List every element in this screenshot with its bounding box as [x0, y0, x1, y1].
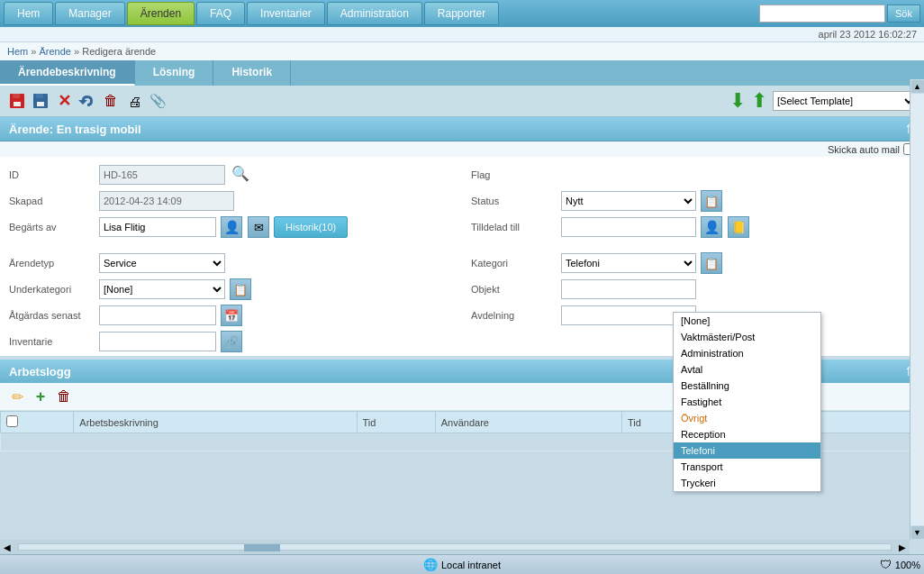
email-icon[interactable]: ✉	[248, 216, 269, 238]
scrollbar-vertical-track	[910, 94, 924, 525]
search-button[interactable]: Sök	[887, 5, 920, 23]
arendetyp-select[interactable]: Service Incident Problem	[99, 253, 225, 273]
dropdown-item-vaktmasteri[interactable]: Vaktmästeri/Post	[674, 329, 820, 345]
nav-tab-manager[interactable]: Manager	[55, 2, 124, 25]
nav-tab-faq[interactable]: FAQ	[196, 2, 245, 25]
svg-rect-3	[14, 102, 21, 106]
underkategori-select[interactable]: [None]	[99, 279, 225, 299]
delete-icon[interactable]: 🗑	[101, 91, 121, 111]
undo-icon[interactable]	[77, 91, 97, 111]
breadcrumb-hem[interactable]: Hem	[7, 46, 28, 57]
scroll-down-btn[interactable]: ▼	[911, 526, 924, 539]
begarts-label: Begärts av	[9, 222, 99, 232]
status-right: 🛡 100%	[615, 558, 920, 571]
col-checkbox	[1, 412, 74, 433]
kategori-select[interactable]: [None] Vaktmästeri/Post Administration A…	[561, 253, 696, 273]
attach-icon[interactable]: 📎	[148, 91, 168, 111]
form-left-col: ID 🔍 Skapad 2012-04-23 14:09 Begärts av …	[9, 160, 471, 241]
toolbar-icons: ✕ 🗑 🖨 📎	[7, 91, 168, 111]
objekt-input[interactable]	[561, 279, 696, 299]
scroll-left-btn[interactable]: ◀	[0, 540, 14, 554]
breadcrumb: Hem » Ärende » Redigera ärende	[0, 42, 924, 60]
inventarie-icon[interactable]: 🔗	[221, 331, 242, 352]
status-select[interactable]: Nytt Under arbete Avslutat Väntar	[561, 191, 696, 211]
status-icon[interactable]: 📋	[701, 190, 722, 212]
scrollbar-thumb[interactable]	[244, 544, 280, 551]
history-button[interactable]: Historik(10)	[274, 216, 348, 238]
status-middle: 🌐 Local intranet	[309, 558, 614, 571]
nav-tab-rapporter[interactable]: Rapporter	[424, 2, 499, 25]
search-icon[interactable]: 🔍	[231, 166, 249, 181]
dropdown-item-none[interactable]: [None]	[674, 313, 820, 329]
scroll-right-btn[interactable]: ▶	[895, 540, 910, 554]
add-worklog-icon[interactable]: +	[31, 387, 50, 406]
atgardas-label: Åtgärdas senast	[9, 310, 99, 321]
tilldelad-input[interactable]	[561, 217, 696, 237]
select-all-checkbox[interactable]	[6, 415, 18, 427]
tab-historik[interactable]: Historik	[213, 60, 291, 86]
flag-row: Flag	[471, 163, 915, 187]
tilldelad-row: Tilldelad till 👤 📒	[471, 215, 915, 239]
svg-rect-5	[36, 94, 43, 98]
scroll-up-btn[interactable]: ▲	[911, 80, 924, 93]
toolbar-right: ⬇ ⬆ [Select Template]	[729, 89, 917, 113]
edit-worklog-icon[interactable]: ✏	[7, 387, 27, 406]
tilldelad-book-icon[interactable]: 📒	[728, 216, 749, 238]
nav-tab-hem[interactable]: Hem	[4, 2, 53, 25]
begarts-row: Begärts av 👤 ✉ Historik(10)	[9, 215, 453, 239]
person-icon[interactable]: 👤	[221, 216, 242, 238]
delete-worklog-icon[interactable]: 🗑	[54, 387, 74, 406]
zone-icon: 🌐	[423, 558, 438, 571]
tab-losning[interactable]: Lösning	[135, 60, 214, 86]
zone-text: Local intranet	[441, 560, 501, 570]
tilldelad-person-icon[interactable]: 👤	[701, 216, 722, 238]
tab-arendebeskrivning[interactable]: Ärendebeskrivning	[0, 60, 135, 86]
id-input[interactable]	[99, 165, 225, 185]
arrow-up-icon[interactable]: ⬆	[751, 89, 767, 113]
vertical-scrollbar[interactable]: ▲ ▼	[910, 79, 924, 540]
dropdown-item-fastighet[interactable]: Fastighet	[674, 394, 820, 410]
underkategori-row: Underkategori [None] 📋	[9, 278, 453, 301]
nav-tab-arenden[interactable]: Ärenden	[127, 2, 195, 25]
toolbar: ✕ 🗑 🖨 📎 ⬇ ⬆ [Select Template]	[0, 86, 924, 117]
dropdown-item-reception[interactable]: Reception	[674, 426, 820, 442]
cancel-icon[interactable]: ✕	[54, 91, 74, 111]
avdelning-label: Avdelning	[471, 310, 561, 321]
underkategori-icon[interactable]: 📋	[230, 278, 251, 300]
horizontal-scrollbar[interactable]: ◀ ▶	[0, 540, 910, 554]
inventarie-label: Inventarie	[9, 336, 99, 347]
print-icon[interactable]: 🖨	[124, 91, 144, 111]
dropdown-item-transport[interactable]: Transport	[674, 459, 820, 475]
dropdown-item-ovrigt[interactable]: Övrigt	[674, 410, 820, 426]
atgardas-input[interactable]	[99, 305, 216, 325]
calendar-icon[interactable]: 📅	[221, 305, 242, 326]
id-label: ID	[9, 169, 99, 180]
save-icon[interactable]	[7, 91, 27, 111]
arrow-down-icon[interactable]: ⬇	[729, 89, 746, 113]
auto-mail-row: Skicka auto mail	[0, 141, 924, 157]
kategori-icon[interactable]: 📋	[701, 252, 722, 274]
col-tid-1: Tid	[357, 412, 435, 433]
skapad-input[interactable]: 2012-04-23 14:09	[99, 191, 234, 211]
dropdown-item-bestallning[interactable]: Beställning	[674, 378, 820, 394]
dropdown-item-avtal[interactable]: Avtal	[674, 361, 820, 378]
objekt-label: Objekt	[471, 284, 561, 295]
nav-tab-administration[interactable]: Administration	[327, 2, 422, 25]
arende-title: Ärende: En trasig mobil	[9, 123, 141, 136]
template-select[interactable]: [Select Template]	[773, 91, 917, 111]
nav-tab-inventarier[interactable]: Inventarier	[247, 2, 325, 25]
arbetslogg-title: Arbetslogg	[9, 365, 71, 378]
svg-rect-1	[13, 94, 20, 98]
svg-rect-7	[37, 102, 44, 106]
col-anvandare-1: Användare	[435, 412, 621, 433]
begarts-input[interactable]	[99, 217, 216, 237]
breadcrumb-arende[interactable]: Ärende	[39, 46, 70, 57]
save-disk-icon[interactable]	[31, 91, 50, 111]
inventarie-input[interactable]	[99, 332, 216, 351]
dropdown-item-tryckeri[interactable]: Tryckeri	[674, 475, 820, 491]
form-right-col: Flag Status Nytt Under arbete Avslutat V…	[471, 160, 915, 241]
tilldelad-label: Tilldelad till	[471, 222, 561, 232]
dropdown-item-administration[interactable]: Administration	[674, 345, 820, 361]
dropdown-item-telefoni[interactable]: Telefoni	[674, 442, 820, 459]
search-input[interactable]	[759, 5, 885, 23]
